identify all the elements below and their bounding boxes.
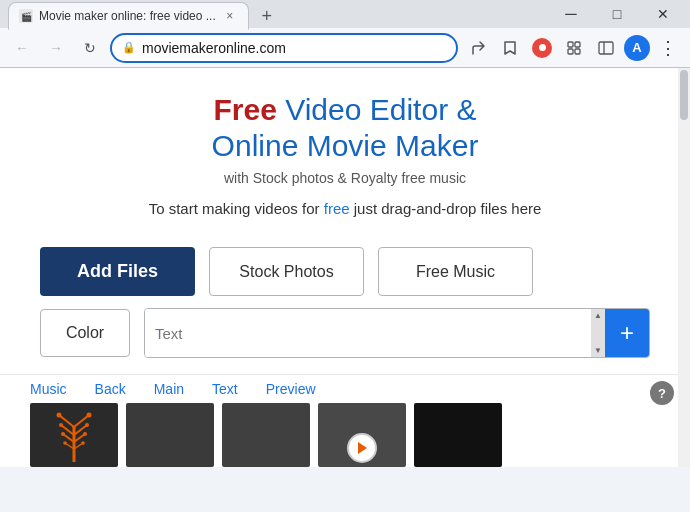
window-title-bar: 🎬 Movie maker online: free video ... × +…: [0, 0, 690, 28]
tab-text[interactable]: Text: [212, 381, 238, 397]
text-input-container: ▲ ▼ +: [144, 308, 650, 358]
color-button[interactable]: Color: [40, 309, 130, 357]
help-button[interactable]: ?: [650, 381, 674, 405]
svg-point-17: [57, 413, 62, 418]
hero-section: Free Video Editor & Online Movie Maker w…: [0, 68, 690, 247]
svg-point-21: [61, 432, 65, 436]
thumb-music[interactable]: [30, 403, 118, 467]
target-icon[interactable]: [528, 34, 556, 62]
svg-rect-3: [575, 42, 580, 47]
scroll-down-arrow[interactable]: ▼: [594, 346, 602, 355]
svg-line-14: [74, 434, 85, 442]
hero-desc-end: just drag-and-drop files here: [350, 200, 542, 217]
svg-rect-2: [568, 42, 573, 47]
bottom-tabs: Music Back Main Text Preview: [30, 381, 660, 397]
back-button[interactable]: ←: [8, 34, 36, 62]
hero-line1-rest: Video Editor &: [277, 93, 477, 126]
forward-button[interactable]: →: [42, 34, 70, 62]
thumb-main[interactable]: [222, 403, 310, 467]
bookmark-icon[interactable]: [496, 34, 524, 62]
active-tab[interactable]: 🎬 Movie maker online: free video ... ×: [8, 2, 249, 30]
hero-free-bold: Free: [214, 93, 277, 126]
svg-point-24: [81, 441, 85, 445]
more-menu-button[interactable]: ⋮: [654, 34, 682, 62]
tab-close-button[interactable]: ×: [222, 8, 238, 24]
hero-title-line2: Online Movie Maker: [50, 128, 640, 164]
hero-desc-start: To start making videos for: [149, 200, 324, 217]
tab-main[interactable]: Main: [154, 381, 184, 397]
svg-point-20: [85, 423, 89, 427]
scrollbar[interactable]: [678, 68, 690, 467]
tab-music[interactable]: Music: [30, 381, 67, 397]
lock-icon: 🔒: [122, 41, 136, 54]
svg-point-22: [83, 432, 87, 436]
share-icon[interactable]: [464, 34, 492, 62]
plus-button[interactable]: +: [605, 309, 649, 357]
tab-preview[interactable]: Preview: [266, 381, 316, 397]
address-bar-row: ← → ↻ 🔒 moviemakeronline.com: [0, 28, 690, 68]
stock-photos-button[interactable]: Stock Photos: [209, 247, 364, 296]
minimize-button[interactable]: ─: [548, 0, 594, 28]
svg-line-13: [63, 434, 74, 442]
svg-point-25: [73, 426, 76, 429]
thumb-text[interactable]: [318, 403, 406, 467]
url-text[interactable]: moviemakeronline.com: [142, 40, 446, 56]
action-buttons-row2: Color ▲ ▼ +: [0, 308, 690, 374]
thumbnails-row: [30, 403, 660, 467]
address-bar[interactable]: 🔒 moviemakeronline.com: [110, 33, 458, 63]
svg-text:🎬: 🎬: [21, 11, 33, 23]
page-content: Free Video Editor & Online Movie Maker w…: [0, 68, 690, 467]
svg-rect-6: [599, 42, 613, 54]
svg-point-18: [87, 413, 92, 418]
hero-subtitle: with Stock photos & Royalty free music: [50, 170, 640, 186]
svg-rect-4: [568, 49, 573, 54]
maximize-button[interactable]: □: [594, 0, 640, 28]
bottom-section: ? Music Back Main Text Preview: [0, 374, 690, 467]
svg-point-23: [63, 441, 67, 445]
new-tab-button[interactable]: +: [253, 2, 281, 30]
thumb-preview[interactable]: [414, 403, 502, 467]
profile-avatar[interactable]: A: [624, 35, 650, 61]
thumb-back[interactable]: [126, 403, 214, 467]
extensions-icon[interactable]: [560, 34, 588, 62]
action-buttons-row1: Add Files Stock Photos Free Music: [0, 247, 690, 308]
sidebar-icon[interactable]: [592, 34, 620, 62]
svg-point-19: [59, 423, 63, 427]
text-scrollbar: ▲ ▼: [591, 309, 605, 357]
hero-title-line1: Free Video Editor &: [50, 92, 640, 128]
svg-rect-5: [575, 49, 580, 54]
text-input[interactable]: [145, 309, 591, 357]
hero-desc-link[interactable]: free: [324, 200, 350, 217]
scroll-up-arrow[interactable]: ▲: [594, 311, 602, 320]
hero-description: To start making videos for free just dra…: [50, 200, 640, 217]
tab-label: Movie maker online: free video ...: [39, 9, 216, 23]
scrollbar-thumb[interactable]: [680, 70, 688, 120]
reload-button[interactable]: ↻: [76, 34, 104, 62]
add-files-button[interactable]: Add Files: [40, 247, 195, 296]
tab-favicon: 🎬: [19, 9, 33, 23]
tab-back[interactable]: Back: [95, 381, 126, 397]
free-music-button[interactable]: Free Music: [378, 247, 533, 296]
toolbar-actions: A ⋮: [464, 34, 682, 62]
close-window-button[interactable]: ✕: [640, 0, 686, 28]
